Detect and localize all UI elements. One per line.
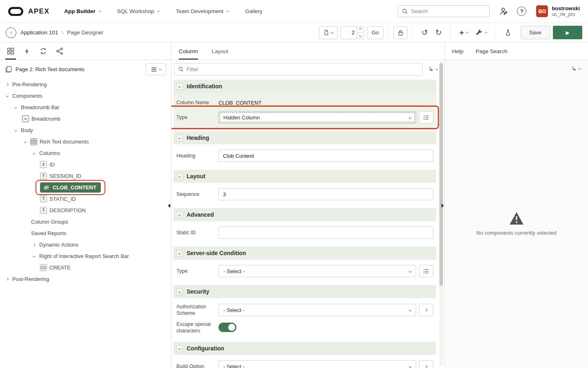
right-splitter-handle[interactable]	[441, 204, 444, 208]
tab-rendering[interactable]	[2, 43, 19, 60]
nav-sql-workshop[interactable]: SQL Workshop	[117, 8, 160, 14]
go-button[interactable]: Go	[367, 26, 383, 39]
tree-item-column-groups[interactable]: Column Groups	[0, 216, 171, 227]
sequence-input[interactable]	[218, 188, 433, 200]
page-lock-button[interactable]	[394, 26, 408, 39]
chevron-down-icon[interactable]	[22, 141, 28, 143]
tree-item-description[interactable]: T DESCRIPTION	[0, 204, 171, 216]
page-number-input[interactable]	[341, 29, 356, 36]
section-advanced-header[interactable]: Advanced	[174, 208, 436, 221]
tree-item-breadcrumb-bar[interactable]: Breadcrumb Bar	[0, 101, 171, 113]
run-page-button[interactable]: ▶	[553, 26, 582, 39]
build-option-goto-button[interactable]	[419, 360, 433, 368]
authorization-goto-button[interactable]	[419, 304, 433, 316]
breadcrumb-application[interactable]: Application 101	[20, 29, 58, 36]
help-icon[interactable]: ?	[517, 7, 526, 16]
chevron-down-icon[interactable]	[4, 95, 10, 97]
app-home-icon[interactable]: ↑	[6, 27, 16, 38]
type-select[interactable]: Hidden Column	[218, 111, 416, 123]
tree-item-create[interactable]: CREATE	[0, 262, 171, 273]
tree-item-dynamic-actions[interactable]: Dynamic Actions	[0, 239, 171, 250]
collapse-icon[interactable]	[176, 135, 183, 141]
section-server-side-condition: Server-side Condition Type - Select -	[174, 247, 436, 284]
tree-item-breadcrumb[interactable]: » Breadcrumb	[0, 113, 171, 124]
tab-page-shared-components[interactable]	[51, 43, 68, 60]
tab-page-search[interactable]: Page Search	[476, 43, 508, 60]
tab-processing[interactable]	[35, 43, 51, 60]
chevron-down-icon	[158, 67, 161, 70]
page-finder-button[interactable]	[319, 26, 338, 39]
tree-item-static-id[interactable]: T STATIC_ID	[0, 193, 171, 204]
nav-team-development[interactable]: Team Development	[176, 8, 229, 14]
tab-column[interactable]: Column	[179, 43, 198, 60]
nav-app-builder[interactable]: App Builder	[64, 8, 101, 14]
tab-layout[interactable]: Layout	[212, 43, 229, 60]
tree-menu-button[interactable]	[146, 63, 166, 75]
goto-selection-button[interactable]: ↳	[571, 65, 581, 72]
section-server-side-header[interactable]: Server-side Condition	[174, 247, 436, 260]
save-button[interactable]: Save	[521, 26, 550, 39]
tree-item-saved-reports[interactable]: Saved Reports	[0, 227, 171, 239]
collapse-icon[interactable]	[176, 345, 183, 352]
section-security-header[interactable]: Security	[174, 285, 436, 298]
utilities-menu-button[interactable]	[476, 29, 487, 36]
build-option-select[interactable]: - Select -	[218, 360, 416, 368]
chevron-right-icon[interactable]	[4, 83, 10, 85]
goto-group-button[interactable]: ↳	[428, 65, 438, 73]
chevron-down-icon	[157, 9, 160, 12]
search-input[interactable]	[411, 8, 486, 14]
user-admin-icon[interactable]	[499, 7, 508, 16]
collapse-icon[interactable]	[176, 250, 183, 257]
nav-gallery[interactable]: Gallery	[245, 8, 263, 14]
selected-tree-node[interactable]: CLOB_CONTENT	[40, 182, 101, 193]
global-search[interactable]	[398, 5, 490, 17]
condition-lov-button[interactable]	[419, 265, 433, 277]
filter-input[interactable]	[187, 66, 419, 72]
tree-item-id[interactable]: # ID	[0, 159, 171, 170]
avatar[interactable]: BO	[536, 5, 548, 17]
share-nodes-icon	[56, 47, 63, 55]
tree-item-body[interactable]: Body	[0, 124, 171, 136]
escape-special-characters-toggle[interactable]	[218, 323, 236, 332]
page-number-up-button[interactable]	[357, 27, 363, 33]
tree-item-columns[interactable]: Columns	[0, 147, 171, 159]
undo-button[interactable]: ↺	[418, 26, 432, 39]
redo-button[interactable]: ↻	[432, 26, 445, 39]
heading-input[interactable]	[218, 150, 433, 162]
user-info[interactable]: bostrowski uc_rte_pro	[552, 5, 580, 18]
create-menu-button[interactable]: +	[459, 29, 468, 36]
collapse-icon[interactable]	[176, 288, 183, 295]
left-splitter-handle[interactable]	[168, 204, 170, 208]
tab-dynamic-actions[interactable]	[19, 43, 35, 60]
tree-item-post-rendering[interactable]: Post-Rendering	[0, 273, 171, 285]
static-id-input[interactable]	[218, 227, 433, 239]
tree-item-components[interactable]: Components	[0, 90, 171, 101]
chevron-right-icon[interactable]	[4, 278, 10, 280]
section-layout-header[interactable]: Layout	[174, 170, 436, 183]
tree-item-pre-rendering[interactable]: Pre-Rendering	[0, 79, 171, 90]
section-configuration-header[interactable]: Configuration	[174, 342, 436, 355]
section-heading-header[interactable]: Heading	[174, 131, 436, 144]
collapse-icon[interactable]	[176, 173, 183, 180]
chevron-down-icon[interactable]	[13, 106, 18, 108]
section-identification-header[interactable]: Identification	[174, 80, 436, 93]
chevron-down-icon[interactable]	[31, 255, 37, 257]
shared-components-button[interactable]	[501, 26, 515, 39]
type-lov-button[interactable]	[419, 111, 433, 123]
condition-type-select[interactable]: - Select -	[218, 265, 416, 277]
chevron-right-icon[interactable]	[31, 244, 37, 246]
tree-item-right-of-ir-search-bar[interactable]: Right of Interactive Report Search Bar	[0, 250, 171, 262]
property-filter[interactable]	[174, 63, 423, 76]
page-number-down-button[interactable]	[357, 33, 363, 39]
app-header: APEX App Builder SQL Workshop Team Devel…	[0, 0, 588, 23]
tree-item-rich-text-documents[interactable]: Rich Text documents	[0, 136, 171, 147]
chevron-down-icon[interactable]	[13, 129, 18, 131]
scrollbar-thumb[interactable]	[439, 63, 443, 286]
collapse-icon[interactable]	[176, 211, 183, 218]
tab-help[interactable]: Help	[452, 43, 463, 60]
chevron-down-icon[interactable]	[31, 152, 37, 154]
tree-item-session-id[interactable]: T SESSION_ID	[0, 170, 171, 182]
authorization-scheme-select[interactable]: - Select -	[218, 304, 416, 316]
tree-item-clob-content[interactable]: CLOB_CONTENT	[0, 182, 171, 193]
collapse-icon[interactable]	[176, 83, 183, 90]
